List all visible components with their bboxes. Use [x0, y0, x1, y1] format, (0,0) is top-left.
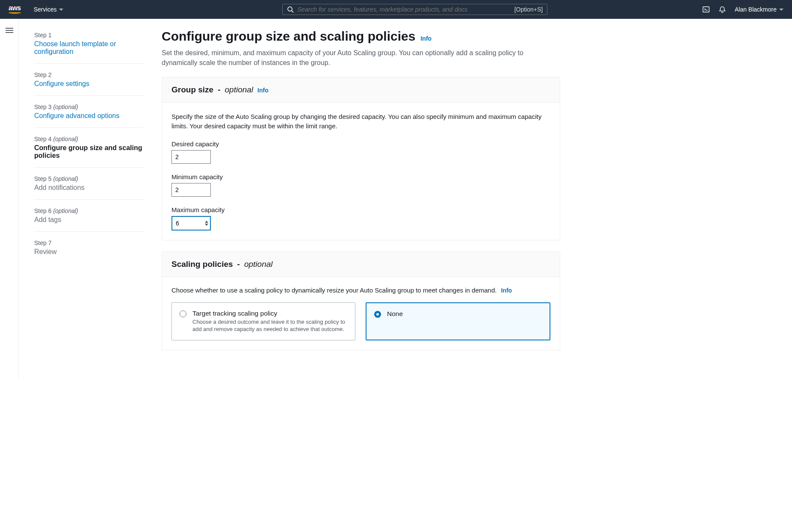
tile-target-tracking[interactable]: Target tracking scaling policy Choose a …	[171, 302, 355, 340]
step-link-5: Add notifications	[34, 184, 143, 192]
tile-none[interactable]: None	[366, 302, 550, 340]
aws-logo[interactable]: aws	[9, 5, 21, 14]
number-stepper[interactable]	[205, 221, 208, 226]
page-title: Configure group size and scaling policie…	[162, 29, 415, 44]
step-link-7: Review	[34, 248, 143, 256]
top-nav: aws Services [Option+S] Alan Blackmore	[0, 0, 792, 19]
step-number: Step 5	[34, 175, 51, 182]
group-size-description: Specify the size of the Auto Scaling gro…	[171, 112, 550, 131]
chevron-up-icon[interactable]	[205, 221, 208, 223]
step-link-4-current: Configure group size and scaling policie…	[34, 144, 143, 160]
desired-capacity-label: Desired capacity	[171, 140, 550, 148]
step-number: Step 1	[34, 32, 51, 38]
wizard-steps: Step 1 Choose launch template or configu…	[19, 19, 151, 378]
step-number: Step 4	[34, 136, 51, 142]
step-number: Step 3	[34, 103, 51, 110]
group-size-panel: Group size - optional Info Specify the s…	[162, 77, 560, 240]
tile-none-title: None	[387, 310, 403, 318]
maximum-capacity-input-wrap	[171, 216, 211, 231]
step-number: Step 6	[34, 207, 51, 214]
step-link-1[interactable]: Choose launch template or configuration	[34, 40, 143, 56]
services-label: Services	[34, 6, 57, 13]
minimum-capacity-input[interactable]	[171, 183, 211, 197]
step-link-2[interactable]: Configure settings	[34, 80, 143, 88]
tile-target-title: Target tracking scaling policy	[192, 310, 347, 317]
group-size-heading: Group size	[171, 85, 213, 95]
services-menu[interactable]: Services	[34, 6, 64, 13]
search-icon	[287, 6, 294, 13]
page-description: Set the desired, minimum, and maximum ca…	[162, 48, 560, 68]
bell-icon[interactable]	[718, 6, 726, 13]
username-label: Alan Blackmore	[735, 6, 777, 13]
tile-target-desc: Choose a desired outcome and leave it to…	[192, 318, 347, 333]
svg-point-0	[288, 7, 292, 11]
group-size-info-link[interactable]: Info	[257, 87, 269, 94]
global-search[interactable]: [Option+S]	[282, 4, 547, 15]
caret-down-icon	[779, 9, 783, 11]
desired-capacity-input[interactable]	[171, 150, 211, 164]
step-link-3[interactable]: Configure advanced options	[34, 112, 143, 120]
cloudshell-icon[interactable]	[702, 6, 710, 13]
search-shortcut: [Option+S]	[514, 6, 543, 13]
radio-unchecked-icon	[180, 310, 186, 317]
minimum-capacity-label: Minimum capacity	[171, 173, 550, 180]
chevron-down-icon[interactable]	[205, 224, 208, 226]
caret-down-icon	[59, 9, 63, 11]
scaling-policies-panel: Scaling policies - optional Choose wheth…	[162, 251, 560, 350]
scaling-policies-heading: Scaling policies	[171, 260, 233, 269]
side-drawer-toggle[interactable]	[6, 27, 13, 378]
account-menu[interactable]: Alan Blackmore	[735, 6, 783, 13]
scaling-policies-description: Choose whether to use a scaling policy t…	[171, 287, 496, 294]
step-number: Step 7	[34, 239, 51, 246]
maximum-capacity-input[interactable]	[176, 220, 197, 227]
step-number: Step 2	[34, 71, 51, 78]
search-input[interactable]	[297, 6, 510, 13]
radio-checked-icon	[374, 311, 381, 318]
page-info-link[interactable]: Info	[420, 35, 431, 42]
svg-line-1	[292, 11, 293, 12]
maximum-capacity-label: Maximum capacity	[171, 206, 550, 213]
scaling-policies-info-link[interactable]: Info	[501, 287, 512, 294]
step-link-6: Add tags	[34, 216, 143, 224]
